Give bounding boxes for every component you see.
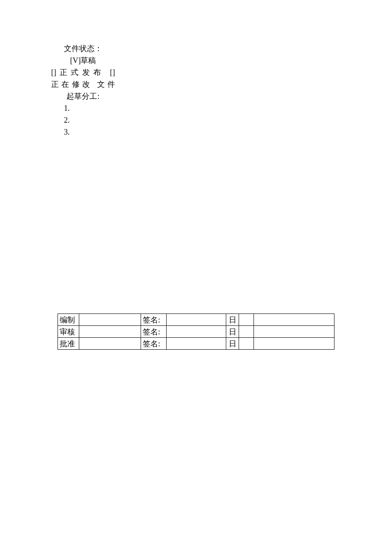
role-cell: 审核 (58, 326, 79, 338)
table-row: 审核 签名: 日 (58, 326, 334, 338)
date-label-cell: 日 (226, 326, 239, 338)
status-title: 文件状态： (51, 43, 115, 55)
sign-label-cell: 签名: (141, 326, 167, 338)
table-row: 编制 签名: 日 (58, 314, 334, 326)
empty-cell (79, 314, 141, 326)
draft-item-3: 3. (51, 126, 115, 138)
file-status-block: 文件状态： [V]草稿 []正式发布 [] 正在修改 文件 起草分工: 1. 2… (51, 43, 115, 138)
empty-cell (254, 314, 334, 326)
date-label-cell: 日 (226, 338, 239, 350)
empty-cell (79, 338, 141, 350)
draft-item-2: 2. (51, 114, 115, 126)
empty-cell (79, 326, 141, 338)
sign-value-cell (167, 326, 226, 338)
status-draft: [V]草稿 (51, 55, 115, 66)
empty-cell (254, 326, 334, 338)
table-row: 批准 签名: 日 (58, 338, 334, 350)
status-publish-line: []正式发布 [] (51, 66, 115, 78)
sign-label-cell: 签名: (141, 338, 167, 350)
empty-cell (239, 314, 254, 326)
empty-cell (239, 338, 254, 350)
sign-value-cell (167, 314, 226, 326)
role-cell: 批准 (58, 338, 79, 350)
status-modify-line: 正在修改 文件 (51, 78, 115, 90)
sign-value-cell (167, 338, 226, 350)
sign-label-cell: 签名: (141, 314, 167, 326)
signature-table: 编制 签名: 日 审核 签名: 日 批准 签名: 日 (58, 313, 334, 350)
empty-cell (254, 338, 334, 350)
role-cell: 编制 (58, 314, 79, 326)
draft-item-1: 1. (51, 102, 115, 114)
status-draft-division: 起草分工: (51, 90, 115, 102)
empty-cell (239, 326, 254, 338)
date-label-cell: 日 (226, 314, 239, 326)
